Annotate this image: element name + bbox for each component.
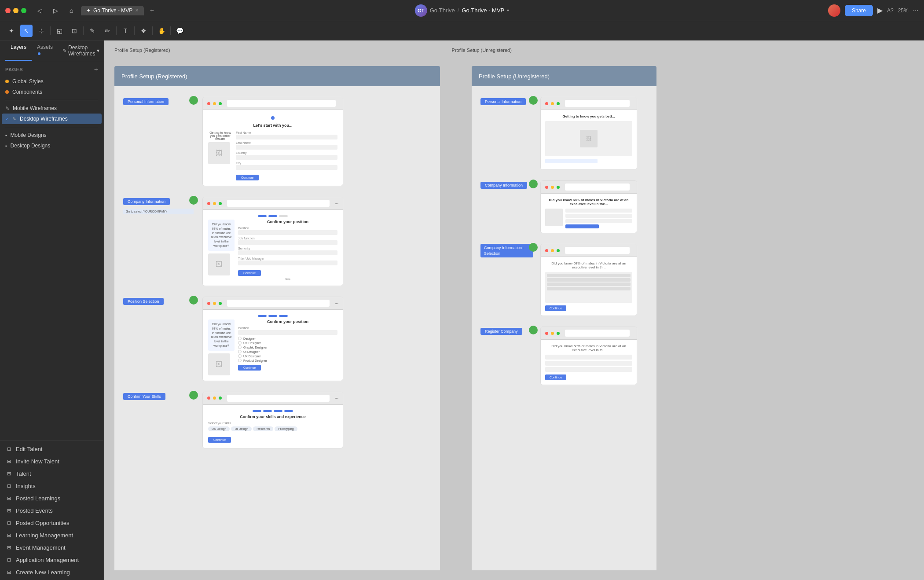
field-label: Position [238, 227, 337, 230]
nav-item-posted-events[interactable]: Posted Events [2, 504, 102, 517]
nav-item-invite-new-talent[interactable]: Invite New Talent [2, 455, 102, 467]
project-dropdown-icon[interactable]: ▾ [507, 8, 509, 13]
nav-item-create-new-learning[interactable]: Create New Learning [2, 566, 102, 578]
option-ux-designer-2[interactable]: UX Designer [238, 354, 337, 358]
nav-item-talent[interactable]: Talent [2, 467, 102, 480]
field-label: Job function [238, 237, 337, 240]
form-content: Getting to know you gets better results!… [208, 131, 337, 180]
text-tool[interactable]: T [119, 25, 132, 37]
pen-tool-alt[interactable]: ✏ [101, 25, 114, 37]
continue-button-unreg[interactable]: Continue [545, 374, 566, 380]
nav-item-event-management[interactable]: Event Management [2, 541, 102, 554]
play-button[interactable]: ▶ [877, 6, 883, 15]
step2 [263, 410, 272, 412]
page-item-mobile-wireframes[interactable]: ✎ Mobile Wireframes [2, 103, 102, 114]
wireframe-tab-button[interactable]: ✎ Desktop Wireframes ▾ [58, 40, 104, 61]
pen-tool[interactable]: ✎ [86, 25, 99, 37]
layers-tab[interactable]: Layers [5, 40, 32, 61]
nav-item-application-management[interactable]: Application Management [2, 554, 102, 566]
left-col: Getting to know you gets better results!… [208, 131, 232, 180]
option-ui-designer[interactable]: UI Designer [238, 350, 337, 353]
photo-icon: 🖼 [216, 261, 223, 268]
tab-close-button[interactable]: ✕ [135, 8, 139, 13]
step3 [274, 410, 282, 412]
browser-minimize [551, 102, 554, 105]
move-tool[interactable]: ↖ [20, 25, 33, 37]
component-tool[interactable]: ❖ [137, 25, 150, 37]
share-button[interactable]: Share [845, 5, 873, 16]
page-item-components[interactable]: Components [2, 87, 102, 97]
skill-tag[interactable]: UI Design [231, 426, 252, 431]
nav-item-learning-management[interactable]: Learning Management [2, 529, 102, 541]
page-item-desktop-designs[interactable]: ▪ Desktop Designs [2, 140, 102, 151]
option-ux-designer[interactable]: UX Designer [238, 341, 337, 345]
spacer-col [451, 66, 461, 575]
chevron-down-icon: ▾ [97, 48, 99, 54]
continue-button-unreg[interactable]: Continue [545, 305, 566, 311]
photo-icon: 🖼 [216, 149, 223, 157]
frame-tool-alt[interactable]: ⊡ [68, 25, 81, 37]
skill-tag[interactable]: Prototyping [275, 426, 297, 431]
frame-tool[interactable]: ◱ [53, 25, 66, 37]
new-tab-button[interactable]: + [146, 4, 158, 17]
browser-mockup-position: ••• [202, 297, 431, 381]
forward-button[interactable]: ▷ [49, 4, 62, 17]
more-options-button[interactable]: ··· [913, 7, 919, 15]
hand-tool[interactable]: ✋ [155, 25, 168, 37]
radio-ux2 [238, 354, 242, 358]
field-label: Country [236, 151, 337, 154]
field-label: Last Name [236, 141, 337, 144]
option-product-designer[interactable]: Product Designer [238, 359, 337, 362]
skill-tag[interactable]: UX Design [208, 426, 230, 431]
close-window-button[interactable] [5, 8, 11, 13]
active-tab[interactable]: ✦ Go.Thrive - MVP ✕ [81, 6, 144, 15]
user-avatar[interactable] [828, 4, 840, 17]
page-separator-2 [5, 127, 98, 127]
continue-button[interactable]: Continue [208, 437, 231, 443]
grid-icon [5, 495, 12, 502]
skill-tag[interactable]: Research [253, 426, 273, 431]
page-item-mobile-designs[interactable]: ▪ Mobile Designs [2, 130, 102, 140]
canvas-area[interactable]: Profile Setup (Registered) Profile Setup… [104, 40, 924, 580]
browser-minimize [551, 249, 554, 252]
field-label: City [236, 162, 337, 165]
pages-section-title: Pages [5, 67, 23, 72]
continue-button[interactable]: Continue [238, 270, 261, 276]
nav-item-insights[interactable]: Insights [2, 480, 102, 492]
home-button[interactable]: ⌂ [65, 4, 77, 17]
option-graphic-designer[interactable]: Graphic Designer [238, 345, 337, 349]
form-fields-col: First Name Last Name Country City [236, 131, 337, 180]
skip-link[interactable]: Skip [238, 278, 337, 280]
form-content: Did you know 68% of males in Victoria ar… [208, 220, 337, 280]
continue-button[interactable]: Continue [238, 365, 261, 371]
continue-button[interactable]: Continue [236, 175, 259, 180]
option-designer[interactable]: Designer [238, 337, 337, 340]
nav-item-posted-opportunities[interactable]: Posted Opportunities [2, 517, 102, 529]
minimize-window-button[interactable] [13, 8, 18, 13]
unregistered-content: Personal Information [472, 86, 656, 570]
maximize-window-button[interactable] [21, 8, 26, 13]
row-company-info: Company Information Go to select YOURCOM… [123, 197, 431, 286]
step2 [268, 215, 277, 217]
getting-text: Getting to know you gets better results! [208, 131, 232, 140]
register-text-unreg: Did you know 68% of males in Victoria ar… [545, 344, 632, 352]
nav-item-edit-talent[interactable]: Edit Talent [2, 443, 102, 455]
nav-item-posted-learnings[interactable]: Posted Learnings [2, 492, 102, 504]
move-tool-alt[interactable]: ⊹ [35, 25, 48, 37]
browser-close [545, 102, 548, 105]
page-item-global-styles[interactable]: Global Styles [2, 76, 102, 87]
browser-url-bar [227, 100, 336, 107]
assets-tab[interactable]: Assets [32, 40, 58, 61]
page-item-desktop-wireframes[interactable]: ✓ ✎ Desktop Wireframes [2, 114, 102, 124]
browser-mockup-skills: ••• Confirm your skills an [202, 392, 431, 448]
scroll-indicator [545, 159, 598, 163]
figma-menu-button[interactable]: ✦ [5, 25, 18, 37]
comment-tool[interactable]: 💬 [173, 25, 186, 37]
zoom-level[interactable]: 25% [898, 7, 909, 14]
add-page-button[interactable]: + [94, 66, 98, 73]
grid-icon [5, 569, 12, 576]
top-bar-left: ◁ ▷ ⌂ ✦ Go.Thrive - MVP ✕ + [5, 4, 158, 17]
getting-text-unreg: Getting to know you gets bett... [545, 114, 632, 118]
nav-dots: ••• [335, 396, 338, 400]
back-button[interactable]: ◁ [33, 4, 46, 17]
